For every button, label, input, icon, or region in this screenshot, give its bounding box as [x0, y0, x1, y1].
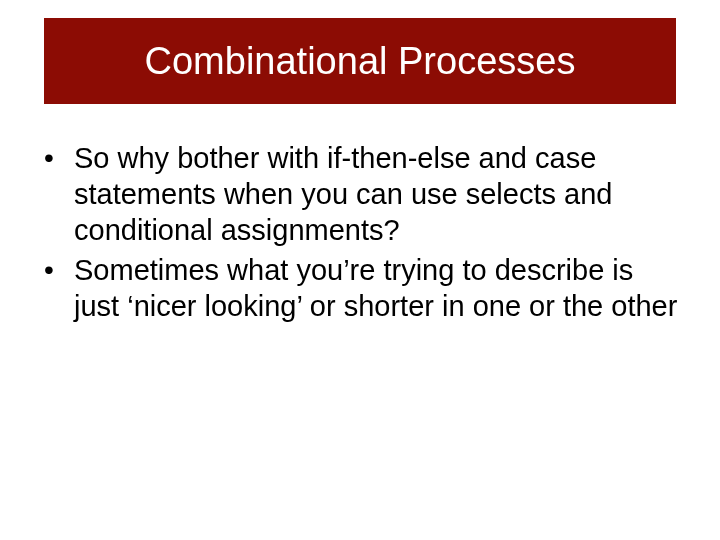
title-bar: Combinational Processes — [44, 18, 676, 104]
slide-title: Combinational Processes — [145, 40, 576, 83]
slide-content: • So why bother with if-then-else and ca… — [42, 140, 678, 328]
list-item: • So why bother with if-then-else and ca… — [42, 140, 678, 248]
bullet-marker-icon: • — [42, 252, 74, 288]
slide: Combinational Processes • So why bother … — [0, 0, 720, 540]
bullet-text: So why bother with if-then-else and case… — [74, 140, 678, 248]
bullet-text: Sometimes what you’re trying to describe… — [74, 252, 678, 324]
bullet-list: • So why bother with if-then-else and ca… — [42, 140, 678, 324]
list-item: • Sometimes what you’re trying to descri… — [42, 252, 678, 324]
bullet-marker-icon: • — [42, 140, 74, 176]
